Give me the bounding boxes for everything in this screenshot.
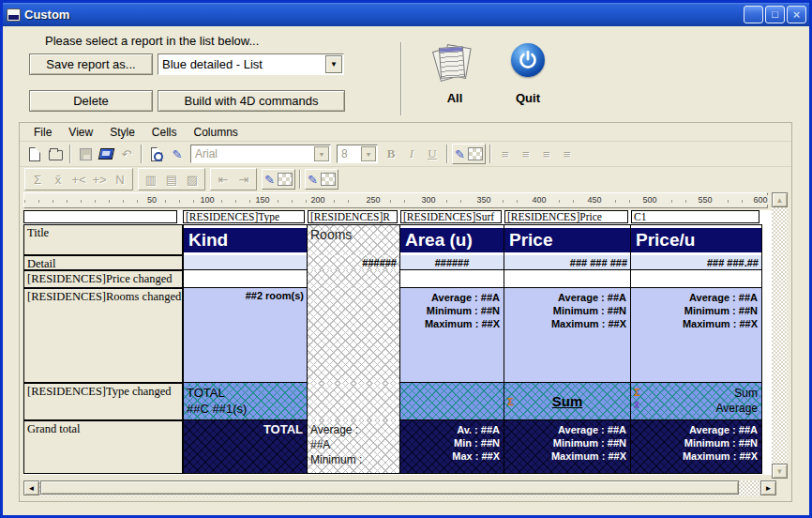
scroll-down-button[interactable]: ▼ (772, 464, 788, 479)
menu-item[interactable]: View (60, 126, 101, 139)
count-button[interactable]: N (110, 169, 130, 190)
save-button[interactable] (75, 144, 96, 164)
row-label-price-changed[interactable]: [RESIDENCES]Price changed (23, 270, 183, 288)
column-header-type[interactable]: [RESIDENCES]Type (183, 210, 305, 223)
maximize-button[interactable]: □ (765, 6, 785, 23)
cell-price-changed-rooms[interactable] (308, 270, 400, 288)
align-right-button[interactable]: ≡ (536, 144, 557, 164)
cell-detail-type[interactable] (183, 255, 308, 270)
minimize-button[interactable]: _ (744, 6, 763, 23)
cell-title-area[interactable]: Area (u) (400, 224, 504, 255)
cell-type-changed-type[interactable]: TOTAL ##C ##1(s) (183, 383, 308, 420)
cell-grand-total-price-u[interactable]: Average : ##A Minimum : ##N Maximum : ##… (631, 420, 762, 474)
text-color-button[interactable]: ✎ (452, 144, 486, 164)
new-report-button[interactable] (24, 144, 45, 164)
row-fill-color-button[interactable]: ✎ (305, 169, 338, 190)
row-label-rooms-changed[interactable]: [RESIDENCES]Rooms changed (23, 288, 183, 383)
cell-price-changed-type[interactable] (183, 270, 308, 288)
bold-button[interactable]: B (381, 144, 401, 164)
insert-after-button[interactable]: +> (89, 169, 110, 190)
cell-grand-total-price[interactable]: Average : ##A Minimum : ##N Maximum : ##… (504, 420, 631, 474)
insert-before-button[interactable]: +< (68, 169, 89, 190)
italic-button[interactable]: I (401, 144, 422, 164)
column-header-rooms[interactable]: [RESIDENCES]R (308, 210, 398, 223)
cell-detail-price-u[interactable]: ### ###.## (631, 255, 762, 270)
vertical-scroll-track[interactable] (772, 207, 788, 464)
column-header-surf[interactable]: [RESIDENCES]Surf (400, 210, 502, 223)
scroll-right-button[interactable]: ► (760, 480, 776, 495)
open-report-button[interactable] (45, 144, 66, 164)
cell-rooms-changed-rooms[interactable] (308, 288, 400, 383)
save-as-report-button[interactable] (96, 144, 116, 164)
cell-detail-area[interactable]: ###### (400, 255, 504, 270)
insert-column-button[interactable]: ▥ (141, 169, 161, 190)
row-label-detail[interactable]: Detail (23, 255, 183, 270)
cell-pattern-button[interactable]: ▨ (182, 169, 203, 190)
row-display-button[interactable]: ▤ (161, 169, 182, 190)
align-left-button[interactable]: ≡ (495, 144, 516, 164)
cell-grand-total-area[interactable]: Av. : ##A Min : ##N Max : ##X (400, 420, 504, 474)
horizontal-scroll-thumb[interactable] (40, 480, 739, 495)
sum-button[interactable]: Σ (27, 169, 48, 190)
power-icon (511, 43, 545, 77)
cell-title-rooms[interactable]: Rooms (308, 224, 400, 255)
save-report-as-button[interactable]: Save report as... (29, 53, 153, 75)
cell-grand-total-type[interactable]: TOTAL (183, 420, 308, 474)
cell-grand-total-rooms[interactable]: Average : ##A Minimum : (308, 420, 400, 474)
column-header-c1[interactable]: C1 (631, 210, 759, 223)
menu-item[interactable]: Style (101, 126, 143, 139)
font-select[interactable]: Arial ▼ (190, 145, 331, 163)
revert-button[interactable]: ↶ (116, 144, 137, 164)
cell-rooms-changed-type[interactable]: ##2 room(s) (183, 288, 308, 383)
menu-item[interactable]: File (25, 126, 60, 139)
row-label-title[interactable]: Title (23, 224, 183, 255)
cell-type-changed-area[interactable] (400, 383, 504, 420)
cell-title-kind[interactable]: Kind (183, 224, 308, 255)
cell-detail-price[interactable]: ### ### ### (504, 255, 631, 270)
font-size-select[interactable]: 8 ▼ (337, 145, 378, 163)
cell-type-changed-rooms[interactable] (308, 383, 400, 420)
column-header-price[interactable]: [RESIDENCES]Price (504, 210, 628, 223)
cell-price-changed-area[interactable] (400, 270, 504, 288)
delete-button[interactable]: Delete (29, 90, 153, 112)
all-button[interactable]: All (425, 43, 485, 105)
cell-title-price-u[interactable]: Price/u (631, 224, 762, 255)
cell-rooms-changed-price-u[interactable]: Average : ##A Minimum : ##N Maximum : ##… (631, 288, 762, 383)
row-label-type-changed[interactable]: [RESIDENCES]Type changed (23, 383, 183, 420)
cell-type-changed-price-u[interactable]: Σ x̄ Sum Average (631, 383, 762, 420)
print-preview-button[interactable] (146, 144, 167, 164)
cell-detail-rooms[interactable]: ###### (308, 255, 400, 270)
horizontal-scroll-track[interactable] (39, 480, 760, 496)
corner-header-box[interactable] (23, 210, 177, 223)
cell-price-changed-price-u[interactable] (631, 270, 762, 288)
close-button[interactable]: × (787, 6, 806, 23)
scroll-up-button[interactable]: ▲ (772, 192, 788, 207)
align-justify-button[interactable]: ≡ (557, 144, 578, 164)
vertical-scrollbar[interactable]: ▲ ▼ (772, 192, 788, 479)
toolbar-main: ↶ ✎ Arial ▼ 8 ▼ B I U ✎ (20, 141, 791, 166)
report-select-arrow-icon[interactable]: ▼ (325, 55, 342, 73)
cell-fill-color-button[interactable]: ✎ (262, 169, 295, 190)
titlebar[interactable]: Custom _ □ × (3, 3, 809, 26)
average-button[interactable]: x̄ (48, 169, 68, 190)
cell-price-changed-price[interactable] (504, 270, 631, 288)
quit-button[interactable]: Quit (498, 43, 558, 105)
maximize-icon: □ (772, 9, 778, 20)
align-center-button[interactable]: ≡ (516, 144, 536, 164)
horizontal-scrollbar[interactable]: ◄ ► (23, 480, 776, 496)
cell-title-price[interactable]: Price (504, 224, 631, 255)
destination-button[interactable]: ✎ (167, 144, 188, 164)
cell-rooms-changed-price[interactable]: Average : ##A Minimum : ##N Maximum : ##… (504, 288, 631, 383)
scroll-left-button[interactable]: ◄ (23, 480, 39, 495)
underline-button[interactable]: U (422, 144, 443, 164)
row-label-grand-total[interactable]: Grand total (23, 420, 183, 474)
move-column-right-button[interactable]: ⇥ (233, 169, 254, 190)
horizontal-ruler[interactable]: 50100150200250300350400450500550600 (23, 192, 768, 208)
menu-item[interactable]: Columns (186, 126, 247, 139)
build-with-4d-commands-button[interactable]: Build with 4D commands (158, 90, 345, 112)
menu-item[interactable]: Cells (143, 126, 186, 139)
cell-rooms-changed-area[interactable]: Average : ##A Minimum : ##N Maximum : ##… (400, 288, 504, 383)
report-select[interactable]: Blue detailed - List ▼ (158, 53, 344, 75)
cell-type-changed-price-sum[interactable]: Σ Sum (504, 383, 631, 420)
move-column-left-button[interactable]: ⇤ (213, 169, 233, 190)
